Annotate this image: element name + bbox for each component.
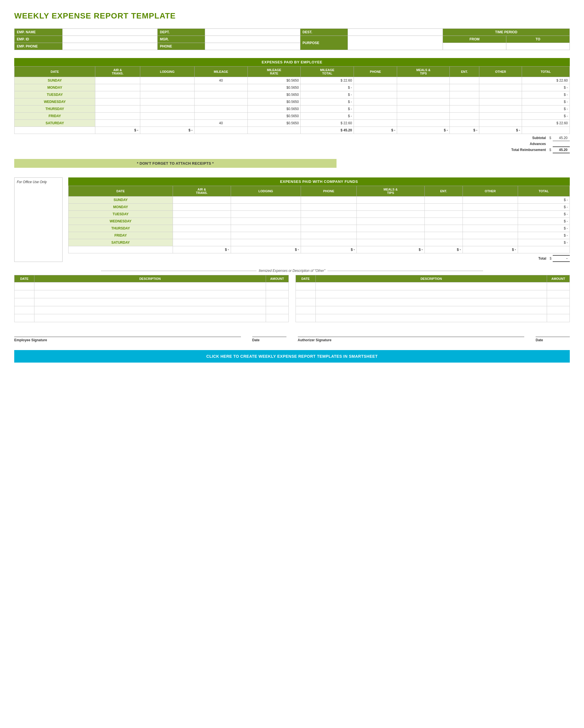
to-value[interactable] <box>506 43 570 50</box>
office-use-box: For Office Use Only <box>14 178 62 262</box>
from-value[interactable] <box>443 43 506 50</box>
emp-phone-value[interactable] <box>62 43 157 50</box>
subtotal-label: Subtotal <box>509 135 548 141</box>
purpose-value[interactable] <box>348 36 442 50</box>
company-expense-row: SUNDAY$ - <box>69 196 570 203</box>
company-total-label: Total <box>536 255 549 262</box>
date-block-1: Date <box>252 330 286 342</box>
emp-name-label: EMP. NAME <box>15 29 62 36</box>
mgr-value[interactable] <box>205 36 300 43</box>
date-line-1[interactable] <box>252 330 286 337</box>
employee-expense-row: TUESDAY$0.5650$ -$ - <box>15 91 570 98</box>
authorizer-sig-label: Authorizer Signature <box>298 338 525 342</box>
mgr-label: MGR. <box>158 36 205 43</box>
employee-expense-row: WEDNESDAY$0.5650$ -$ - <box>15 98 570 105</box>
itemized-table-right: DATE DESCRIPTION AMOUNT <box>296 275 570 322</box>
company-section-layout: For Office Use Only EXPENSES PAID WITH C… <box>14 178 570 262</box>
phone-label: PHONE <box>158 43 205 50</box>
reminder-banner: * DON'T FORGET TO ATTACH RECEIPTS * <box>14 159 336 168</box>
itemized-tables: DATE DESCRIPTION AMOUNT DATE DESCRIPTION… <box>14 275 570 322</box>
company-expense-row: FRIDAY$ - <box>69 232 570 239</box>
employee-section-title: EXPENSES PAID BY EMPLOYEE <box>14 58 570 66</box>
company-section-title: EXPENSES PAID WITH COMPANY FUNDS <box>68 178 570 186</box>
co-col-phone: PHONE <box>301 186 356 196</box>
item-col-desc-left: DESCRIPTION <box>34 275 266 282</box>
co-col-lodging: LODGING <box>231 186 301 196</box>
purpose-label: PURPOSE <box>300 36 348 50</box>
emp-phone-label: EMP. PHONE <box>15 43 62 50</box>
itemized-header: Itemized Expenses or Description of "Oth… <box>14 269 570 273</box>
company-table-wrapper: EXPENSES PAID WITH COMPANY FUNDS DATE AI… <box>68 178 570 262</box>
from-label: FROM <box>443 36 506 43</box>
col-meals-tips: MEALS &TIPS <box>397 67 450 77</box>
employee-expense-row: FRIDAY$0.5650$ -$ - <box>15 113 570 120</box>
dept-label: DEPT. <box>158 29 205 36</box>
company-expense-row: MONDAY$ - <box>69 203 570 210</box>
itemized-row <box>15 298 289 306</box>
item-col-amount-left: AMOUNT <box>266 275 288 282</box>
employee-expense-row: THURSDAY$0.5650$ -$ - <box>15 105 570 113</box>
total-reimb-label: Total Reimbursement <box>509 147 548 153</box>
dest-value[interactable] <box>348 29 442 36</box>
employee-sig-line[interactable] <box>14 330 241 337</box>
employee-totals-row: $ -$ -$ 45.20$ -$ -$ -$ - <box>15 127 570 134</box>
co-col-total: TOTAL <box>518 186 569 196</box>
emp-id-label: EMP. ID <box>15 36 62 43</box>
itemized-row <box>296 290 570 298</box>
col-lodging: LODGING <box>140 67 195 77</box>
item-col-desc-right: DESCRIPTION <box>315 275 547 282</box>
itemized-section: Itemized Expenses or Description of "Oth… <box>14 269 570 322</box>
total-reimb-value: 45.20 <box>553 147 570 153</box>
item-col-date-left: DATE <box>15 275 34 282</box>
company-expense-row: THURSDAY$ - <box>69 225 570 232</box>
item-col-date-right: DATE <box>296 275 315 282</box>
subtotal-value: 45.20 <box>553 135 570 141</box>
company-expense-row: WEDNESDAY$ - <box>69 217 570 225</box>
phone-value[interactable] <box>205 43 300 50</box>
company-expense-row: SATURDAY$ - <box>69 239 570 246</box>
col-date: DATE <box>15 67 95 77</box>
dest-label: DEST. <box>300 29 348 36</box>
signature-section: Employee Signature Date Authorizer Signa… <box>14 330 570 342</box>
subtotal-table: Subtotal $ 45.20 Advances Total Reimburs… <box>509 135 570 153</box>
advances-label: Advances <box>509 141 548 147</box>
itemized-row <box>296 306 570 314</box>
employee-expense-section: EXPENSES PAID BY EMPLOYEE DATE AIR &TRAN… <box>14 58 570 171</box>
itemized-row <box>15 306 289 314</box>
office-use-label: For Office Use Only <box>17 180 60 184</box>
itemized-row <box>15 314 289 322</box>
advances-value <box>553 141 570 147</box>
col-ent: ENT. <box>450 67 479 77</box>
itemized-row <box>15 282 289 290</box>
date-line-2[interactable] <box>536 330 570 337</box>
col-mileage: MILEAGE <box>194 67 248 77</box>
emp-name-value[interactable] <box>62 29 157 36</box>
emp-id-value[interactable] <box>62 36 157 43</box>
to-label: TO <box>506 36 570 43</box>
page-title: WEEKLY EXPENSE REPORT TEMPLATE <box>14 11 570 21</box>
date-block-2: Date <box>536 330 570 342</box>
time-period-label: TIME PERIOD <box>443 29 570 36</box>
col-mileage-total: MILEAGETOTAL <box>301 67 354 77</box>
col-phone: PHONE <box>354 67 397 77</box>
col-mileage-rate: MILEAGERATE <box>248 67 301 77</box>
employee-expense-row: SUNDAY40$0.5650$ 22.60$ 22.60 <box>15 77 570 84</box>
itemized-row <box>296 282 570 290</box>
company-total-value: - <box>553 255 570 262</box>
company-expense-table: DATE AIR &TRANS. LODGING PHONE MEALS &TI… <box>68 186 570 253</box>
co-col-meals: MEALS &TIPS <box>357 186 425 196</box>
co-col-air: AIR &TRANS. <box>173 186 231 196</box>
col-total: TOTAL <box>522 67 570 77</box>
authorizer-sig-line[interactable] <box>298 330 525 337</box>
company-totals-row: $ -$ -$ -$ -$ -$ - <box>69 246 570 253</box>
dept-value[interactable] <box>205 29 300 36</box>
info-header-table: EMP. NAME DEPT. DEST. TIME PERIOD EMP. I… <box>14 28 570 50</box>
employee-expense-row: MONDAY$0.5650$ -$ - <box>15 84 570 91</box>
co-col-ent: ENT. <box>425 186 462 196</box>
itemized-table-left: DATE DESCRIPTION AMOUNT <box>14 275 289 322</box>
employee-sig-block: Employee Signature <box>14 330 241 342</box>
cta-banner[interactable]: CLICK HERE TO CREATE WEEKLY EXPENSE REPO… <box>14 350 570 363</box>
employee-expense-table: DATE AIR &TRANS. LODGING MILEAGE MILEAGE… <box>14 66 570 134</box>
item-col-amount-right: AMOUNT <box>547 275 570 282</box>
col-air-trans: AIR &TRANS. <box>95 67 140 77</box>
